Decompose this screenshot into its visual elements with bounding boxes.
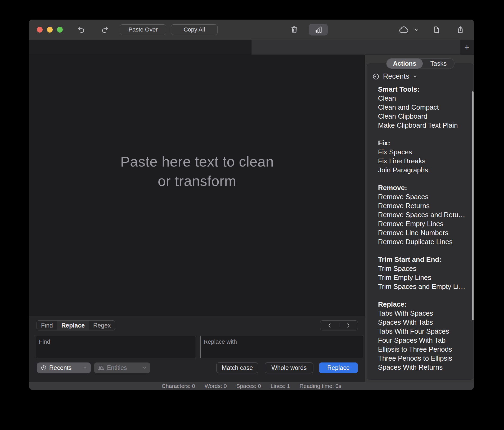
- content-area: Paste here text to clean or transform Fi…: [29, 55, 474, 382]
- action-item[interactable]: Trim Empty Lines: [378, 273, 470, 282]
- cloud-icon[interactable]: [398, 25, 410, 35]
- zoom-button[interactable]: [57, 27, 63, 33]
- action-item[interactable]: Spaces With Returns: [378, 363, 470, 372]
- action-item[interactable]: Clean: [378, 94, 470, 103]
- toolbar: Paste Over Copy All: [29, 20, 474, 40]
- chevron-down-icon: [83, 366, 87, 369]
- sidebar-tab-control: Actions Tasks: [386, 58, 454, 69]
- action-group-remove: Remove: Remove Spaces Remove Returns Rem…: [378, 183, 470, 246]
- tab-tasks[interactable]: Tasks: [423, 59, 454, 69]
- action-group-replace: Replace: Tabs With Spaces Spaces With Ta…: [378, 300, 470, 372]
- entities-dropdown[interactable]: Entities: [94, 362, 150, 373]
- share-icon[interactable]: [456, 25, 465, 35]
- action-item[interactable]: Fix Line Breaks: [378, 156, 470, 165]
- redo-icon[interactable]: [100, 25, 109, 34]
- chevron-down-icon: [142, 366, 147, 369]
- action-item[interactable]: Fix Spaces: [378, 147, 470, 156]
- sidebar-scrollbar[interactable]: [472, 91, 474, 320]
- status-spaces: Spaces: 0: [236, 383, 261, 389]
- add-tab-button[interactable]: +: [460, 40, 474, 55]
- sidebar-recents-label: Recents: [383, 72, 409, 80]
- clock-icon: [40, 365, 47, 371]
- whole-words-button[interactable]: Whole words: [265, 362, 313, 373]
- find-replace-panel: Find Replace Regex: [29, 316, 365, 382]
- action-item[interactable]: Remove Returns: [378, 201, 470, 210]
- editor-column: Paste here text to clean or transform Fi…: [29, 55, 365, 382]
- action-group-title: Smart Tools:: [378, 85, 470, 94]
- find-input[interactable]: [36, 336, 196, 358]
- find-mode-segmented-control: Find Replace Regex: [37, 320, 115, 330]
- action-group-smart-tools: Smart Tools: Clean Clean and Compact Cle…: [378, 85, 470, 130]
- mode-replace[interactable]: Replace: [57, 321, 89, 330]
- status-bar: Characters: 0 Words: 0 Spaces: 0 Lines: …: [29, 382, 474, 390]
- action-item[interactable]: Remove Line Numbers: [378, 228, 470, 237]
- close-button[interactable]: [37, 27, 43, 33]
- status-characters: Characters: 0: [162, 383, 195, 389]
- find-navigation: [320, 320, 358, 330]
- action-group-title: Fix:: [378, 138, 470, 147]
- action-group-title: Remove:: [378, 183, 470, 192]
- find-recents-label: Recents: [49, 364, 71, 371]
- statistics-toggle[interactable]: [309, 24, 328, 35]
- chevron-down-icon[interactable]: [413, 27, 420, 33]
- action-item[interactable]: Three Periods to Ellipsis: [378, 354, 470, 363]
- action-group-title: Replace:: [378, 300, 470, 309]
- match-case-button[interactable]: Match case: [216, 362, 258, 373]
- sidebar-recents-dropdown[interactable]: Recents: [372, 72, 417, 80]
- action-item[interactable]: Tabs With Four Spaces: [378, 327, 470, 336]
- undo-icon[interactable]: [77, 25, 86, 34]
- chevron-left-icon: [328, 323, 331, 328]
- action-item[interactable]: Remove Spaces and Retu…: [378, 210, 470, 219]
- action-item[interactable]: Trim Spaces: [378, 264, 470, 273]
- action-item[interactable]: Join Paragraphs: [378, 165, 470, 174]
- app-window: Paste Over Copy All: [29, 20, 474, 390]
- action-item[interactable]: Trim Spaces and Empty Li…: [378, 282, 470, 291]
- text-editor[interactable]: Paste here text to clean or transform: [29, 55, 365, 316]
- find-recents-dropdown[interactable]: Recents: [37, 362, 91, 373]
- action-item[interactable]: Make Clipboard Text Plain: [378, 121, 470, 130]
- editor-placeholder: Paste here text to clean or transform: [29, 152, 365, 191]
- status-words: Words: 0: [205, 383, 227, 389]
- stats-icon: [314, 25, 323, 34]
- action-item[interactable]: Four Spaces With Tab: [378, 336, 470, 345]
- sidebar: Actions Tasks Recents Smart Tools: Clean…: [365, 55, 474, 382]
- action-item[interactable]: Clean and Compact: [378, 103, 470, 112]
- status-reading-time: Reading time: 0s: [300, 383, 341, 389]
- action-list: Smart Tools: Clean Clean and Compact Cle…: [378, 85, 470, 380]
- document-icon[interactable]: [432, 25, 441, 34]
- chevron-down-icon: [413, 75, 417, 78]
- mode-find[interactable]: Find: [37, 321, 57, 330]
- replace-input[interactable]: [200, 336, 363, 358]
- tab-bar: +: [29, 40, 474, 55]
- clock-icon: [372, 73, 380, 80]
- action-item[interactable]: Tabs With Spaces: [378, 309, 470, 318]
- next-match-button[interactable]: [339, 321, 358, 330]
- action-item[interactable]: Ellipsis to Three Periods: [378, 345, 470, 354]
- action-group-trim: Trim Start and End: Trim Spaces Trim Emp…: [378, 255, 470, 291]
- people-icon: [98, 365, 105, 371]
- copy-all-button[interactable]: Copy All: [171, 24, 218, 35]
- action-item[interactable]: Remove Spaces: [378, 192, 470, 201]
- action-group-fix: Fix: Fix Spaces Fix Line Breaks Join Par…: [378, 138, 470, 174]
- paste-over-button[interactable]: Paste Over: [120, 24, 166, 35]
- trash-icon[interactable]: [290, 25, 299, 34]
- action-item[interactable]: Clean Clipboard: [378, 112, 470, 121]
- tab-untitled[interactable]: [29, 40, 251, 55]
- entities-label: Entities: [107, 364, 127, 371]
- minimize-button[interactable]: [47, 27, 53, 33]
- action-group-title: Trim Start and End:: [378, 255, 470, 264]
- replace-button[interactable]: Replace: [319, 362, 358, 373]
- mode-regex[interactable]: Regex: [89, 321, 115, 330]
- chevron-right-icon: [346, 323, 350, 328]
- action-item[interactable]: Remove Empty Lines: [378, 219, 470, 228]
- action-item[interactable]: Spaces With Tabs: [378, 318, 470, 327]
- previous-match-button[interactable]: [320, 321, 339, 330]
- tab-actions[interactable]: Actions: [386, 59, 423, 69]
- status-lines: Lines: 1: [271, 383, 290, 389]
- action-item[interactable]: Remove Duplicate Lines: [378, 237, 470, 246]
